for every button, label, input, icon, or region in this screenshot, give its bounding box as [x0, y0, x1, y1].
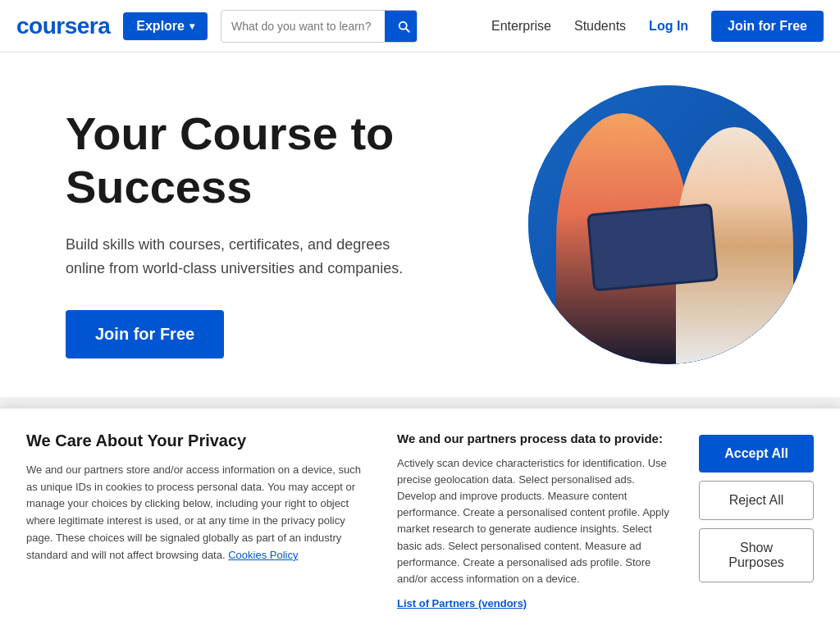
- logo-text: coursera: [16, 13, 110, 39]
- reject-all-button[interactable]: Reject All: [699, 481, 814, 520]
- tablet-shape: [587, 203, 719, 291]
- privacy-title: We Care About Your Privacy: [26, 431, 371, 450]
- navbar-right: Enterprise Students Log In Join for Free: [491, 11, 824, 42]
- cookies-policy-link[interactable]: Cookies Policy: [228, 549, 298, 561]
- privacy-right: We and our partners process data to prov…: [397, 431, 673, 610]
- hero-text: Your Course to Success Build skills with…: [66, 107, 459, 358]
- privacy-body: We and our partners store and/or access …: [26, 462, 371, 564]
- privacy-right-body: Actively scan device characteristics for…: [397, 455, 673, 587]
- search-input[interactable]: [221, 13, 385, 39]
- join-button-nav[interactable]: Join for Free: [711, 11, 824, 42]
- hero-image: [528, 85, 807, 364]
- hero-title: Your Course to Success: [66, 107, 459, 213]
- logo[interactable]: coursera: [16, 13, 110, 39]
- privacy-buttons: Accept All Reject All Show Purposes: [699, 431, 814, 610]
- search-icon: [396, 19, 411, 34]
- hero-circle: [528, 85, 807, 364]
- search-bar: [221, 10, 418, 43]
- hero-section: Your Course to Success Build skills with…: [0, 52, 840, 397]
- chevron-down-icon: ▾: [189, 21, 194, 32]
- join-button-hero[interactable]: Join for Free: [66, 310, 224, 358]
- privacy-left: We Care About Your Privacy We and our pa…: [26, 431, 371, 610]
- navbar: coursera Explore ▾ Enterprise Students L…: [0, 0, 840, 52]
- explore-button[interactable]: Explore ▾: [123, 12, 208, 40]
- login-button[interactable]: Log In: [649, 19, 688, 34]
- accept-all-button[interactable]: Accept All: [699, 435, 814, 472]
- students-link[interactable]: Students: [574, 19, 626, 34]
- privacy-banner: We Care About Your Privacy We and our pa…: [0, 408, 840, 630]
- privacy-right-title: We and our partners process data to prov…: [397, 431, 673, 445]
- hero-subtitle: Build skills with courses, certificates,…: [66, 233, 427, 281]
- partners-link[interactable]: List of Partners (vendors): [397, 597, 527, 609]
- search-button[interactable]: [385, 10, 418, 43]
- show-purposes-button[interactable]: Show Purposes: [699, 528, 814, 582]
- enterprise-link[interactable]: Enterprise: [491, 19, 551, 34]
